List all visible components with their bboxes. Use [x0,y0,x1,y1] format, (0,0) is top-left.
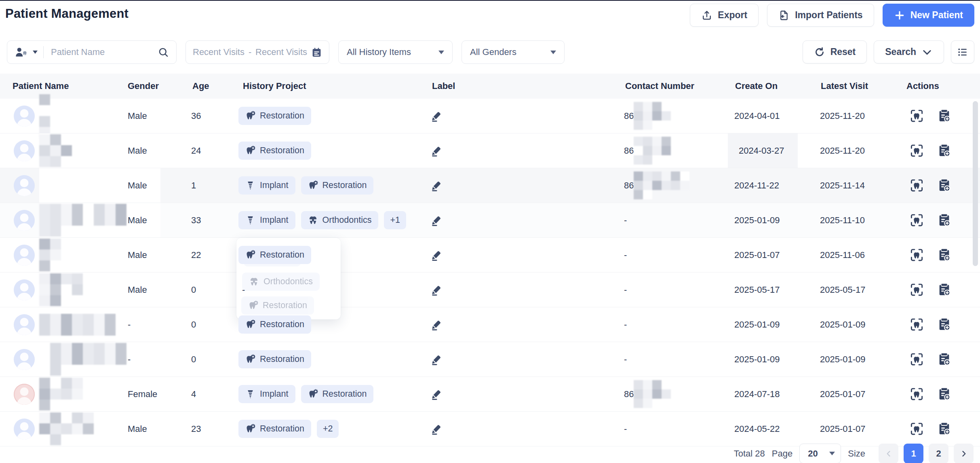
redacted-pixel-block [39,260,50,271]
tooth-scan-button[interactable] [910,422,924,436]
redacted-pixel-block [50,365,61,376]
edit-label-button[interactable] [430,353,443,366]
age-cell: 23 [188,412,238,446]
latest-visit-cell: 2025-01-07 [816,412,902,446]
column-header-history-project: History Project [238,81,428,91]
redacted-pixel-block [662,389,671,399]
history-project-cell: Restoration [238,342,428,376]
new-patient-button[interactable]: New Patient [883,4,974,27]
restoration-icon [308,389,318,399]
gender-cell: Male [123,99,188,133]
add-record-button[interactable] [937,144,951,158]
edit-label-button[interactable] [430,283,443,296]
reset-button[interactable]: Reset [803,40,867,63]
history-project-cell: Restoration+2 [238,412,428,446]
redacted-pixel-block [39,295,50,306]
table-row: Male22Restoration-2025-01-072025-11-06 [0,238,980,273]
import-file-icon [778,10,790,21]
export-label: Export [718,10,747,21]
page-button-2[interactable]: 2 [929,444,948,463]
edit-label-button[interactable] [430,423,443,435]
patient-name-cell [8,377,123,411]
redacted-pixel-block [50,354,61,365]
restoration-icon [245,354,255,364]
column-header-contact-number: Contact Number [621,81,731,91]
orthodontics-icon [308,215,318,225]
implant-icon [245,215,255,225]
filter-actions: Reset Search [803,40,974,63]
history-tag: Orthodontics [301,211,379,229]
edit-label-button[interactable] [430,110,443,122]
edit-label-button[interactable] [430,388,443,400]
genders-select[interactable]: All Genders [462,40,565,64]
add-record-button[interactable] [937,109,951,123]
redacted-pixel-block [634,121,643,130]
import-patients-button[interactable]: Import Patients [767,4,874,27]
create-on-cell: 2024-05-22 [731,412,816,446]
add-record-button[interactable] [937,317,951,332]
history-tag: Implant [238,385,295,403]
redacted-pixel-block [50,260,61,271]
redacted-pixel-block [39,215,50,226]
history-more-badge[interactable]: +2 [317,420,339,438]
tooth-scan-button[interactable] [910,213,924,227]
prev-page-button[interactable] [879,444,898,463]
redacted-pixel-block [39,343,50,354]
edit-label-button[interactable] [430,144,443,157]
add-record-button[interactable] [937,283,951,297]
redacted-pixel-block [50,295,61,306]
add-record-button[interactable] [937,352,951,366]
column-settings-button[interactable] [951,40,974,63]
edit-label-button[interactable] [430,214,443,226]
redacted-pixel-block [634,380,643,389]
add-record-button[interactable] [937,213,951,227]
history-tag-label: Restoration [322,389,367,399]
add-record-button[interactable] [937,387,951,401]
orthodontics-icon [249,277,259,287]
page-button-1[interactable]: 1 [904,444,923,463]
add-record-button[interactable] [937,248,951,262]
redacted-pixel-block [652,181,662,190]
history-more-badge[interactable]: +1 [384,211,406,229]
contact-blur-mosaic [634,142,676,160]
tooth-scan-button[interactable] [910,144,924,158]
add-record-button[interactable] [937,178,951,192]
tooth-scan-button[interactable] [910,317,924,332]
redacted-pixel-block [39,94,50,105]
redacted-pixel-block [634,190,643,199]
vertical-scrollbar[interactable] [973,101,978,266]
redacted-pixel-block [50,400,61,410]
edit-label-button[interactable] [430,318,443,331]
tooth-scan-button[interactable] [910,387,924,401]
patient-name-input[interactable] [50,47,158,58]
chevron-down-icon [921,47,933,58]
range-separator: - [249,47,251,57]
column-header-actions: Actions [902,81,980,91]
contact-prefix: 86 [624,111,634,121]
patient-name-filter[interactable] [7,40,177,64]
edit-label-button[interactable] [430,179,443,192]
recent-visits-range-filter[interactable]: Recent Visits - Recent Visits [185,40,329,64]
export-button[interactable]: Export [690,4,759,27]
restoration-icon [245,146,255,156]
pagination-bar: Total 28 Page 20 Size 12 [734,444,974,463]
tooth-scan-button[interactable] [910,109,924,123]
redacted-pixel-block [83,354,94,365]
filter-divider [43,46,44,58]
tooth-scan-button[interactable] [910,283,924,297]
redacted-pixel-block [39,204,50,215]
edit-label-button[interactable] [430,249,443,261]
page-size-select[interactable]: 20 [799,444,841,463]
redacted-pixel-block [72,215,83,226]
redacted-pixel-block [39,314,50,325]
tooth-scan-button[interactable] [910,352,924,366]
history-items-select[interactable]: All History Items [338,40,453,64]
redacted-pixel-block [105,325,116,336]
tooth-scan-button[interactable] [910,178,924,192]
next-page-button[interactable] [954,444,974,463]
history-tag-label: Restoration [260,146,304,156]
search-button[interactable]: Search [874,40,944,63]
tooth-scan-button[interactable] [910,248,924,262]
history-tag: Restoration [238,142,311,160]
add-record-button[interactable] [937,422,951,436]
